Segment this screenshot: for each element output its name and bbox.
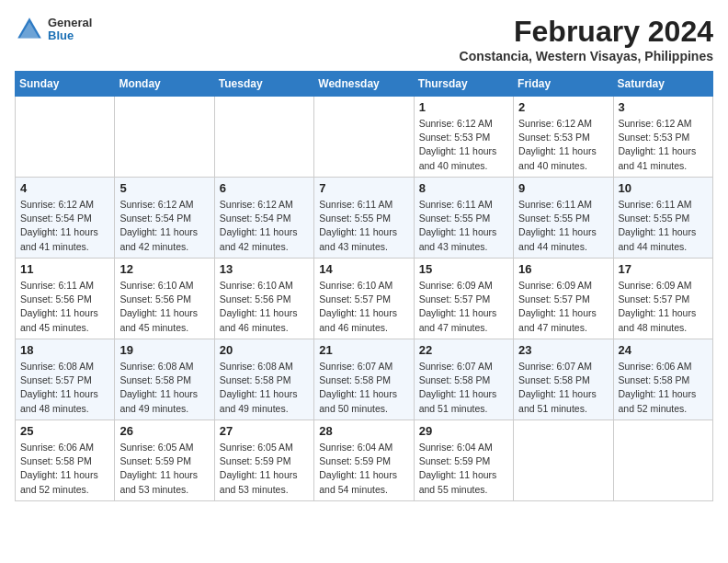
day-number: 23 [518, 343, 608, 357]
day-info: Sunrise: 6:12 AM Sunset: 5:53 PM Dayligh… [619, 117, 708, 173]
day-info: Sunrise: 6:05 AM Sunset: 5:59 PM Dayligh… [220, 441, 309, 497]
day-number: 21 [319, 343, 408, 357]
calendar-table: Sunday Monday Tuesday Wednesday Thursday… [15, 71, 713, 501]
day-number: 7 [319, 181, 408, 195]
calendar-week-3: 11Sunrise: 6:11 AM Sunset: 5:56 PM Dayli… [16, 259, 713, 339]
calendar-header-row: Sunday Monday Tuesday Wednesday Thursday… [16, 72, 713, 97]
day-info: Sunrise: 6:09 AM Sunset: 5:57 PM Dayligh… [619, 279, 708, 335]
calendar-cell: 9Sunrise: 6:11 AM Sunset: 5:55 PM Daylig… [514, 178, 613, 259]
calendar-cell: 3Sunrise: 6:12 AM Sunset: 5:53 PM Daylig… [613, 97, 712, 178]
day-info: Sunrise: 6:11 AM Sunset: 5:55 PM Dayligh… [419, 198, 508, 254]
day-info: Sunrise: 6:12 AM Sunset: 5:54 PM Dayligh… [119, 198, 209, 254]
col-sunday: Sunday [16, 72, 115, 97]
title-area: February 2024 Constancia, Western Visaya… [460, 15, 713, 63]
col-monday: Monday [115, 72, 214, 97]
logo: General Blue [15, 15, 92, 44]
day-info: Sunrise: 6:11 AM Sunset: 5:55 PM Dayligh… [319, 198, 408, 254]
day-number: 24 [619, 343, 708, 357]
day-info: Sunrise: 6:05 AM Sunset: 5:59 PM Dayligh… [119, 441, 209, 497]
location: Constancia, Western Visayas, Philippines [460, 49, 713, 63]
day-info: Sunrise: 6:10 AM Sunset: 5:57 PM Dayligh… [319, 279, 408, 335]
day-number: 17 [619, 262, 708, 276]
calendar-cell: 4Sunrise: 6:12 AM Sunset: 5:54 PM Daylig… [16, 178, 115, 259]
calendar-cell: 21Sunrise: 6:07 AM Sunset: 5:58 PM Dayli… [314, 339, 414, 420]
day-info: Sunrise: 6:11 AM Sunset: 5:55 PM Dayligh… [518, 198, 608, 254]
calendar-week-2: 4Sunrise: 6:12 AM Sunset: 5:54 PM Daylig… [16, 178, 713, 259]
day-number: 12 [119, 262, 209, 276]
calendar-cell: 13Sunrise: 6:10 AM Sunset: 5:56 PM Dayli… [214, 259, 313, 339]
calendar-cell: 17Sunrise: 6:09 AM Sunset: 5:57 PM Dayli… [613, 259, 712, 339]
calendar-cell: 23Sunrise: 6:07 AM Sunset: 5:58 PM Dayli… [514, 339, 613, 420]
day-info: Sunrise: 6:11 AM Sunset: 5:56 PM Dayligh… [20, 279, 109, 335]
day-info: Sunrise: 6:04 AM Sunset: 5:59 PM Dayligh… [319, 441, 408, 497]
day-number: 15 [419, 262, 508, 276]
day-info: Sunrise: 6:12 AM Sunset: 5:54 PM Dayligh… [220, 198, 309, 254]
day-number: 19 [119, 343, 209, 357]
day-info: Sunrise: 6:06 AM Sunset: 5:58 PM Dayligh… [20, 441, 109, 497]
day-number: 1 [419, 100, 508, 114]
calendar-cell: 20Sunrise: 6:08 AM Sunset: 5:58 PM Dayli… [214, 339, 313, 420]
day-info: Sunrise: 6:10 AM Sunset: 5:56 PM Dayligh… [119, 279, 209, 335]
col-saturday: Saturday [613, 72, 712, 97]
day-info: Sunrise: 6:04 AM Sunset: 5:59 PM Dayligh… [419, 441, 508, 497]
col-friday: Friday [514, 72, 613, 97]
calendar-cell: 26Sunrise: 6:05 AM Sunset: 5:59 PM Dayli… [115, 420, 214, 501]
calendar-cell: 15Sunrise: 6:09 AM Sunset: 5:57 PM Dayli… [414, 259, 513, 339]
col-wednesday: Wednesday [314, 72, 414, 97]
calendar-cell: 12Sunrise: 6:10 AM Sunset: 5:56 PM Dayli… [115, 259, 214, 339]
day-info: Sunrise: 6:12 AM Sunset: 5:53 PM Dayligh… [419, 117, 508, 173]
logo-blue: Blue [48, 29, 92, 42]
day-info: Sunrise: 6:07 AM Sunset: 5:58 PM Dayligh… [319, 360, 408, 416]
day-info: Sunrise: 6:06 AM Sunset: 5:58 PM Dayligh… [619, 360, 708, 416]
calendar-cell: 11Sunrise: 6:11 AM Sunset: 5:56 PM Dayli… [16, 259, 115, 339]
day-number: 25 [20, 424, 109, 438]
day-number: 20 [220, 343, 309, 357]
calendar-cell: 22Sunrise: 6:07 AM Sunset: 5:58 PM Dayli… [414, 339, 513, 420]
calendar-cell: 16Sunrise: 6:09 AM Sunset: 5:57 PM Dayli… [514, 259, 613, 339]
day-info: Sunrise: 6:07 AM Sunset: 5:58 PM Dayligh… [518, 360, 608, 416]
calendar-cell [314, 97, 414, 178]
calendar-week-4: 18Sunrise: 6:08 AM Sunset: 5:57 PM Dayli… [16, 339, 713, 420]
calendar-cell: 28Sunrise: 6:04 AM Sunset: 5:59 PM Dayli… [314, 420, 414, 501]
day-info: Sunrise: 6:08 AM Sunset: 5:58 PM Dayligh… [220, 360, 309, 416]
day-info: Sunrise: 6:08 AM Sunset: 5:57 PM Dayligh… [20, 360, 109, 416]
day-number: 5 [119, 181, 209, 195]
day-number: 22 [419, 343, 508, 357]
col-thursday: Thursday [414, 72, 513, 97]
day-info: Sunrise: 6:09 AM Sunset: 5:57 PM Dayligh… [419, 279, 508, 335]
day-number: 6 [220, 181, 309, 195]
calendar-cell: 19Sunrise: 6:08 AM Sunset: 5:58 PM Dayli… [115, 339, 214, 420]
calendar-cell: 10Sunrise: 6:11 AM Sunset: 5:55 PM Dayli… [613, 178, 712, 259]
day-number: 4 [20, 181, 109, 195]
logo-text: General Blue [48, 17, 92, 43]
day-number: 8 [419, 181, 508, 195]
calendar-cell: 29Sunrise: 6:04 AM Sunset: 5:59 PM Dayli… [414, 420, 513, 501]
day-info: Sunrise: 6:09 AM Sunset: 5:57 PM Dayligh… [518, 279, 608, 335]
day-number: 13 [220, 262, 309, 276]
calendar-cell: 24Sunrise: 6:06 AM Sunset: 5:58 PM Dayli… [613, 339, 712, 420]
month-year: February 2024 [460, 15, 713, 49]
day-number: 9 [518, 181, 608, 195]
calendar-cell: 7Sunrise: 6:11 AM Sunset: 5:55 PM Daylig… [314, 178, 414, 259]
calendar-cell [514, 420, 613, 501]
calendar-week-5: 25Sunrise: 6:06 AM Sunset: 5:58 PM Dayli… [16, 420, 713, 501]
calendar-cell: 14Sunrise: 6:10 AM Sunset: 5:57 PM Dayli… [314, 259, 414, 339]
day-number: 2 [518, 100, 608, 114]
calendar-cell [613, 420, 712, 501]
day-info: Sunrise: 6:10 AM Sunset: 5:56 PM Dayligh… [220, 279, 309, 335]
day-number: 27 [220, 424, 309, 438]
day-number: 28 [319, 424, 408, 438]
calendar-cell [16, 97, 115, 178]
day-number: 18 [20, 343, 109, 357]
day-number: 26 [119, 424, 209, 438]
day-number: 11 [20, 262, 109, 276]
calendar-week-1: 1Sunrise: 6:12 AM Sunset: 5:53 PM Daylig… [16, 97, 713, 178]
calendar-cell: 27Sunrise: 6:05 AM Sunset: 5:59 PM Dayli… [214, 420, 313, 501]
day-info: Sunrise: 6:12 AM Sunset: 5:53 PM Dayligh… [518, 117, 608, 173]
day-info: Sunrise: 6:12 AM Sunset: 5:54 PM Dayligh… [20, 198, 109, 254]
logo-icon [15, 15, 44, 44]
calendar-cell: 1Sunrise: 6:12 AM Sunset: 5:53 PM Daylig… [414, 97, 513, 178]
logo-general: General [48, 17, 92, 29]
calendar-cell: 2Sunrise: 6:12 AM Sunset: 5:53 PM Daylig… [514, 97, 613, 178]
day-number: 29 [419, 424, 508, 438]
